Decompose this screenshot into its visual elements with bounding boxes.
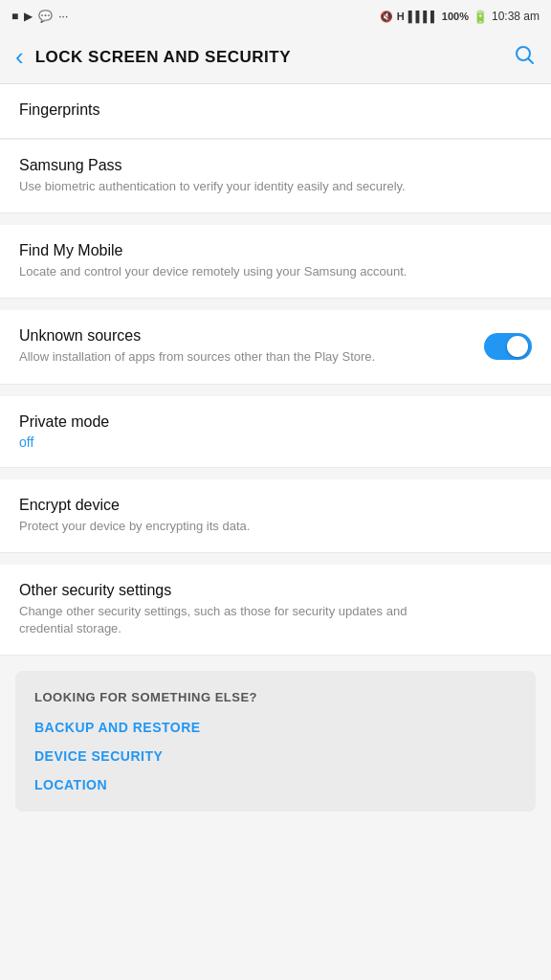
suggestion-link-location[interactable]: LOCATION bbox=[34, 777, 517, 792]
other-security-subtitle: Change other security settings, such as … bbox=[19, 603, 440, 637]
unknown-sources-title: Unknown sources bbox=[19, 327, 473, 345]
samsung-pass-title: Samsung Pass bbox=[19, 157, 532, 174]
app-icon-3: 💬 bbox=[38, 10, 53, 23]
volume-icon: 🔇 bbox=[380, 11, 393, 23]
encrypt-device-item[interactable]: Encrypt device Protect your device by en… bbox=[0, 479, 551, 553]
suggestion-card: LOOKING FOR SOMETHING ELSE? BACKUP AND R… bbox=[15, 671, 536, 812]
find-my-mobile-item[interactable]: Find My Mobile Locate and control your d… bbox=[0, 225, 551, 299]
time: 10:38 am bbox=[492, 10, 540, 23]
suggestion-card-title: LOOKING FOR SOMETHING ELSE? bbox=[34, 690, 517, 704]
encrypt-device-subtitle: Protect your device by encrypting its da… bbox=[19, 518, 440, 535]
app-icon-4: ··· bbox=[58, 10, 68, 23]
fingerprints-item[interactable]: Fingerprints bbox=[0, 84, 551, 139]
battery-icon: 🔋 bbox=[473, 10, 488, 24]
signal-bars: ▌▌▌▌ bbox=[408, 11, 438, 22]
svg-line-1 bbox=[529, 58, 534, 63]
signal-type: H bbox=[397, 11, 405, 22]
encrypt-device-title: Encrypt device bbox=[19, 497, 532, 514]
app-icon-2: ▶ bbox=[24, 10, 33, 23]
battery-percent: 100% bbox=[442, 11, 469, 22]
samsung-pass-subtitle: Use biometric authentication to verify y… bbox=[19, 178, 440, 195]
header: ‹ LOCK SCREEN AND SECURITY bbox=[0, 31, 551, 84]
find-my-mobile-title: Find My Mobile bbox=[19, 242, 532, 259]
search-button[interactable] bbox=[513, 43, 536, 72]
status-right-icons: 🔇 H ▌▌▌▌ 100% 🔋 10:38 am bbox=[380, 10, 540, 24]
settings-content: Fingerprints Samsung Pass Use biometric … bbox=[0, 84, 551, 812]
page-title: LOCK SCREEN AND SECURITY bbox=[35, 48, 513, 67]
suggestion-link-device-security[interactable]: DEVICE SECURITY bbox=[34, 748, 517, 764]
unknown-sources-subtitle: Allow installation of apps from sources … bbox=[19, 348, 440, 366]
suggestion-link-backup[interactable]: BACKUP AND RESTORE bbox=[34, 720, 517, 735]
status-left-icons: ■ ▶ 💬 ··· bbox=[11, 10, 68, 23]
unknown-sources-toggle[interactable] bbox=[484, 333, 532, 360]
app-icon-1: ■ bbox=[11, 10, 18, 23]
back-button[interactable]: ‹ bbox=[15, 38, 32, 76]
other-security-item[interactable]: Other security settings Change other sec… bbox=[0, 565, 551, 656]
status-bar: ■ ▶ 💬 ··· 🔇 H ▌▌▌▌ 100% 🔋 10:38 am bbox=[0, 0, 551, 31]
private-mode-value: off bbox=[19, 434, 532, 450]
find-my-mobile-subtitle: Locate and control your device remotely … bbox=[19, 263, 440, 280]
samsung-pass-item[interactable]: Samsung Pass Use biometric authenticatio… bbox=[0, 140, 551, 213]
unknown-sources-item[interactable]: Unknown sources Allow installation of ap… bbox=[0, 310, 551, 384]
private-mode-title: Private mode bbox=[19, 413, 532, 431]
other-security-title: Other security settings bbox=[19, 582, 532, 599]
fingerprints-title: Fingerprints bbox=[19, 101, 532, 119]
private-mode-item[interactable]: Private mode off bbox=[0, 396, 551, 468]
